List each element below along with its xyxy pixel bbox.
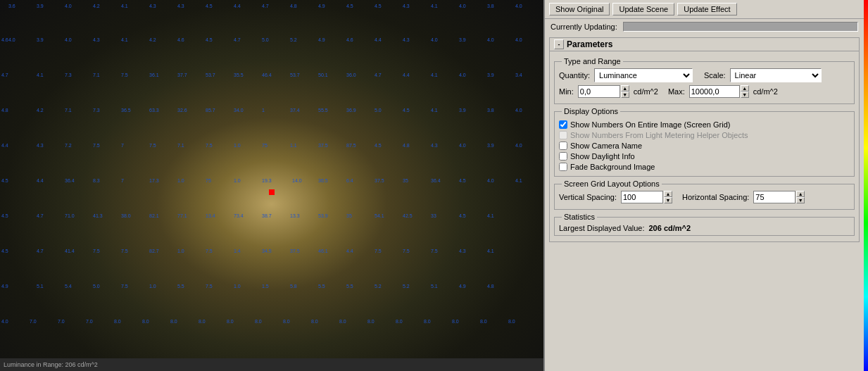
max-label: Max: xyxy=(668,87,685,96)
right-panel: Show Original Update Scene Update Effect… xyxy=(543,0,864,371)
progress-bar xyxy=(623,22,858,32)
horizontal-spinner-arrows: ▲ ▼ xyxy=(796,191,805,203)
heatmap-background xyxy=(0,0,543,371)
fade-background-label[interactable]: Fade Background Image xyxy=(570,163,655,171)
min-label: Min: xyxy=(559,87,574,96)
status-bar: Luminance in Range: 206 cd/m^2 xyxy=(0,358,543,371)
parameters-title: Parameters xyxy=(567,39,612,49)
show-daylight-row: Show Daylight Info xyxy=(559,152,850,161)
max-spinner: ▲ ▼ xyxy=(689,85,749,98)
horizontal-spacing-label: Horizontal Spacing: xyxy=(682,193,749,201)
type-range-legend: Type and Range xyxy=(562,57,623,65)
max-input[interactable] xyxy=(689,85,740,98)
quantity-select[interactable]: Luminance Illuminance Irradiance xyxy=(594,68,693,82)
quantity-label: Quantity: xyxy=(559,71,590,80)
min-spinner-arrows: ▲ ▼ xyxy=(621,85,629,98)
min-unit: cd/m^2 xyxy=(634,87,658,96)
largest-value-row: Largest Displayed Value: 206 cd/m^2 xyxy=(559,224,850,232)
show-daylight-checkbox[interactable] xyxy=(559,152,567,161)
heatmap-panel: 3.6 3.9 4.0 4.2 4.1 4.3 4.3 4.5 4.4 4.7 … xyxy=(0,0,543,371)
grid-spacing-row: Vertical Spacing: ▲ ▼ Horizontal Spacing… xyxy=(559,191,850,203)
show-numbers-checkbox[interactable] xyxy=(559,120,567,129)
vertical-spacing-label: Vertical Spacing: xyxy=(559,193,617,201)
screen-grid-fieldset: Screen Grid Layout Options Vertical Spac… xyxy=(554,180,855,210)
display-options-fieldset: Display Options Show Numbers On Entire I… xyxy=(554,107,855,177)
red-marker xyxy=(269,189,275,195)
max-unit: cd/m^2 xyxy=(753,87,778,96)
type-and-range-fieldset: Type and Range Quantity: Luminance Illum… xyxy=(554,57,855,104)
vertical-spinner: ▲ ▼ xyxy=(621,191,672,203)
vertical-spacing-input[interactable] xyxy=(621,191,663,203)
min-spinner: ▲ ▼ xyxy=(578,85,629,98)
top-buttons-area: Show Original Update Scene Update Effect xyxy=(545,0,864,19)
show-light-metering-label: Show Numbers From Light Metering Helper … xyxy=(570,131,748,139)
min-max-row: Min: ▲ ▼ cd/m^2 Max: xyxy=(559,85,850,98)
largest-value: 206 cd/m^2 xyxy=(648,224,691,232)
show-light-metering-row: Show Numbers From Light Metering Helper … xyxy=(559,131,850,139)
largest-label: Largest Displayed Value: xyxy=(559,224,644,232)
update-scene-button[interactable]: Update Scene xyxy=(612,3,674,15)
show-camera-name-row: Show Camera Name xyxy=(559,142,850,150)
vertical-down-arrow[interactable]: ▼ xyxy=(664,197,672,203)
collapse-button[interactable]: - xyxy=(554,39,564,49)
statistics-legend: Statistics xyxy=(562,213,597,221)
show-light-metering-checkbox xyxy=(559,131,567,139)
update-effect-button[interactable]: Update Effect xyxy=(677,3,736,15)
show-daylight-label[interactable]: Show Daylight Info xyxy=(570,152,635,161)
color-scale-bar xyxy=(864,0,868,371)
show-original-button[interactable]: Show Original xyxy=(549,3,610,15)
max-down-arrow[interactable]: ▼ xyxy=(741,92,749,98)
quantity-row: Quantity: Luminance Illuminance Irradian… xyxy=(559,68,850,82)
horizontal-spinner: ▲ ▼ xyxy=(753,191,805,203)
min-down-arrow[interactable]: ▼ xyxy=(621,92,629,98)
horizontal-spacing-input[interactable] xyxy=(753,191,795,203)
fade-background-checkbox[interactable] xyxy=(559,163,567,171)
max-up-arrow[interactable]: ▲ xyxy=(741,85,749,92)
status-text: Luminance in Range: 206 cd/m^2 xyxy=(4,361,98,368)
vertical-up-arrow[interactable]: ▲ xyxy=(664,191,672,197)
horizontal-down-arrow[interactable]: ▼ xyxy=(796,197,805,203)
display-options-legend: Display Options xyxy=(562,107,620,115)
min-input[interactable] xyxy=(578,85,620,98)
scale-label: Scale: xyxy=(704,71,726,80)
currently-updating-row: Currently Updating: xyxy=(545,19,864,34)
scale-select[interactable]: Linear Logarithmic xyxy=(730,68,822,82)
parameters-section: - Parameters Type and Range Quantity: Lu… xyxy=(549,37,860,242)
show-camera-name-checkbox[interactable] xyxy=(559,142,567,150)
parameters-content: Type and Range Quantity: Luminance Illum… xyxy=(550,51,859,241)
screen-grid-legend: Screen Grid Layout Options xyxy=(562,180,662,188)
show-camera-name-label[interactable]: Show Camera Name xyxy=(570,142,642,150)
statistics-fieldset: Statistics Largest Displayed Value: 206 … xyxy=(554,213,855,236)
horizontal-up-arrow[interactable]: ▲ xyxy=(796,191,805,197)
vertical-spinner-arrows: ▲ ▼ xyxy=(664,191,672,203)
max-spinner-arrows: ▲ ▼ xyxy=(741,85,749,98)
show-numbers-row: Show Numbers On Entire Image (Screen Gri… xyxy=(559,120,850,129)
currently-updating-label: Currently Updating: xyxy=(551,23,617,31)
fade-background-row: Fade Background Image xyxy=(559,163,850,171)
parameters-section-header: - Parameters xyxy=(550,38,859,51)
show-numbers-label[interactable]: Show Numbers On Entire Image (Screen Gri… xyxy=(570,120,730,129)
min-up-arrow[interactable]: ▲ xyxy=(621,85,629,92)
